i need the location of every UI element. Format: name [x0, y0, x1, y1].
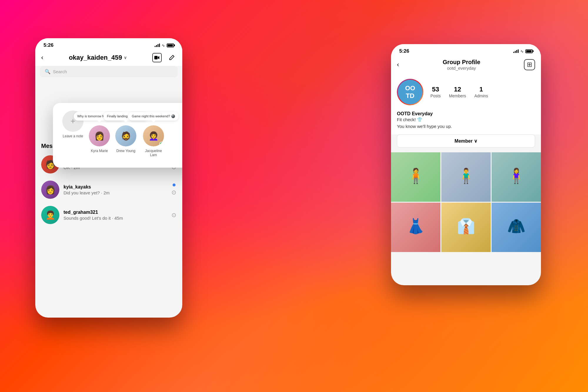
status-bar-right: 5:26 ∿ — [391, 44, 541, 56]
signal-icon-right — [513, 49, 519, 53]
note-label-jacqueline: Jacqueline Lam — [142, 149, 165, 157]
notes-strip: + Leave a note Why is tomorrow Monday!? … — [58, 108, 182, 162]
phone-right: 5:26 ∿ ‹ Group Profile ootd_everyday ⊞ O… — [391, 44, 541, 285]
back-button-right[interactable]: ‹ — [397, 61, 399, 69]
group-profile-title: Group Profile ootd_everyday — [443, 59, 480, 71]
photo-cell-1[interactable]: 🧍 — [391, 152, 440, 202]
stat-posts-count: 53 — [430, 86, 441, 93]
group-bio-line1: Fit check! 👕 — [397, 117, 422, 122]
msg-avatar-3: 🧑‍🦱 — [41, 206, 59, 224]
stat-admins: 1 Admins — [474, 86, 488, 99]
group-title-label: Group Profile — [443, 59, 480, 66]
note-item-jacqueline[interactable]: Game night this weekend? 🎱 👩‍🦱 Jacquelin… — [142, 125, 165, 157]
status-icons-right: ∿ — [513, 49, 533, 54]
video-call-button[interactable] — [152, 53, 162, 62]
member-button[interactable]: Member ∨ — [397, 134, 535, 148]
camera-icon-3[interactable]: ⊙ — [171, 211, 176, 218]
stat-admins-label: Admins — [474, 94, 488, 98]
group-bio: Fit check! 👕 You know we'll hype you up. — [397, 116, 535, 130]
back-button-left[interactable]: ‹ — [41, 54, 43, 61]
stat-posts-label: Posts — [430, 94, 441, 98]
avatar-kyra: 👩 — [89, 125, 110, 146]
msg-right-3: ⊙ — [171, 211, 176, 218]
edit-icon — [169, 55, 175, 61]
avatar-jacqueline: 👩‍🦱 — [143, 125, 164, 146]
note-item-kyra[interactable]: Why is tomorrow Monday!? 😩 👩 Kyra Marie — [89, 125, 110, 153]
message-item-2[interactable]: 👩 kyia_kayaks Did you leave yet? · 2m ⊙ — [35, 177, 182, 202]
photo-cell-4[interactable]: 👗 — [391, 203, 440, 252]
msg-content-3: ted_graham321 Sounds good! Let's do it ·… — [64, 210, 167, 221]
status-bar-left: 5:26 ∿ — [35, 38, 182, 51]
msg-preview-2: Did you leave yet? · 2m — [64, 190, 167, 195]
group-avatar-inner: OOTD — [398, 80, 422, 104]
search-placeholder: Search — [53, 69, 67, 74]
camera-icon-2[interactable]: ⊙ — [171, 189, 176, 196]
msg-username-2: kyia_kayaks — [64, 184, 167, 190]
member-button-label: Member ∨ — [455, 138, 477, 144]
msg-username-3: ted_graham321 — [64, 210, 167, 215]
battery-icon-right — [525, 49, 533, 53]
stat-members-label: Members — [449, 94, 466, 98]
unread-dot-2 — [173, 184, 176, 186]
search-bar[interactable]: 🔍 Search — [40, 66, 178, 77]
status-icons-left: ∿ — [155, 43, 174, 48]
group-info: OOTD 53 Posts 12 Members 1 Admins — [391, 74, 541, 110]
stat-members: 12 Members — [449, 86, 466, 99]
chevron-down-icon[interactable]: ∨ — [124, 55, 127, 60]
group-stats: 53 Posts 12 Members 1 Admins — [430, 86, 535, 99]
photo-cell-6[interactable]: 🧥 — [492, 203, 541, 252]
note-label-self: Leave a note — [63, 134, 83, 138]
group-profile-header: ‹ Group Profile ootd_everyday ⊞ — [391, 56, 541, 74]
online-indicator-jacqueline — [159, 142, 163, 146]
signal-icon — [155, 44, 160, 47]
video-icon — [154, 56, 160, 60]
status-time-left: 5:26 — [44, 42, 54, 48]
stat-posts: 53 Posts — [430, 86, 441, 99]
group-bio-line2: You know we'll hype you up. — [397, 124, 452, 129]
username-label: okay_kaiden_459 — [69, 54, 122, 61]
stat-admins-count: 1 — [474, 86, 488, 93]
add-to-group-button[interactable]: ⊞ — [524, 59, 535, 70]
photo-cell-3[interactable]: 🧍‍♀️ — [492, 152, 541, 202]
stat-members-count: 12 — [449, 86, 466, 93]
wifi-icon: ∿ — [162, 43, 165, 48]
compose-button[interactable] — [167, 53, 176, 62]
svg-rect-0 — [154, 56, 158, 59]
search-icon: 🔍 — [45, 69, 51, 74]
photo-cell-5[interactable]: 👔 — [441, 203, 491, 252]
msg-preview-3: Sounds good! Let's do it · 45m — [64, 216, 167, 221]
group-subtitle-label: ootd_everyday — [443, 66, 480, 71]
nav-title-left: okay_kaiden_459 ∨ — [69, 54, 127, 61]
note-label-kyra: Kyra Marie — [91, 149, 108, 153]
note-item-drew[interactable]: Finally landing in NYC! ❤️ 🧔 Drew Young — [115, 125, 136, 153]
photo-grid: 🧍 🧍‍♂️ 🧍‍♀️ 👗 👔 🧥 — [391, 152, 541, 253]
notes-card: + Leave a note Why is tomorrow Monday!? … — [53, 103, 182, 168]
nav-actions-left — [152, 53, 176, 62]
group-desc: OOTD Everyday Fit check! 👕 You know we'l… — [391, 110, 541, 134]
speech-bubble-jacqueline: Game night this weekend? 🎱 — [128, 112, 178, 121]
wifi-icon-right: ∿ — [520, 49, 524, 54]
note-label-drew: Drew Young — [116, 149, 136, 153]
status-time-right: 5:26 — [399, 48, 409, 54]
phone-left: 5:26 ∿ ‹ okay_kaiden_459 ∨ — [35, 38, 182, 318]
msg-content-2: kyia_kayaks Did you leave yet? · 2m — [64, 184, 167, 195]
photo-cell-2[interactable]: 🧍‍♂️ — [441, 152, 491, 202]
msg-avatar-2: 👩 — [41, 181, 59, 199]
message-item-3[interactable]: 🧑‍🦱 ted_graham321 Sounds good! Let's do … — [35, 202, 182, 228]
avatar-drew: 🧔 — [115, 125, 136, 146]
battery-icon — [167, 44, 174, 47]
nav-header-left: ‹ okay_kaiden_459 ∨ — [35, 51, 182, 66]
group-avatar: OOTD — [397, 79, 423, 105]
group-name-label: OOTD Everyday — [397, 111, 535, 116]
msg-right-2: ⊙ — [171, 184, 176, 196]
